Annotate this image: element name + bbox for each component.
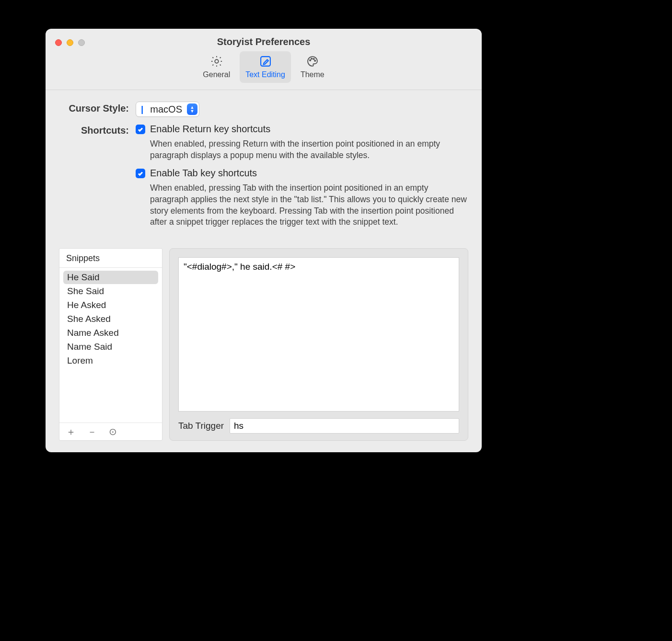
gear-icon xyxy=(209,54,224,69)
zoom-window-button[interactable] xyxy=(78,39,85,46)
window-controls xyxy=(55,39,85,46)
preferences-toolbar: General Text Editing xyxy=(197,51,330,83)
preferences-window: Storyist Preferences General xyxy=(46,29,482,452)
svg-point-5 xyxy=(314,60,315,61)
return-shortcut-checkbox[interactable] xyxy=(136,125,145,134)
snippet-item[interactable]: He Said xyxy=(63,271,158,284)
snippets-header: Snippets xyxy=(59,249,162,268)
snippet-item[interactable]: Lorem xyxy=(63,354,158,367)
snippet-item[interactable]: She Said xyxy=(63,285,158,298)
cursor-style-value: macOS xyxy=(150,104,182,115)
snippets-panel: Snippets He Said She Said He Asked She A… xyxy=(59,248,162,441)
svg-point-3 xyxy=(311,58,312,59)
return-shortcut-label: Enable Return key shortcuts xyxy=(150,124,270,135)
shortcuts-label: Shortcuts: xyxy=(59,124,136,136)
snippet-item[interactable]: Name Said xyxy=(63,340,158,354)
compose-icon xyxy=(258,54,273,69)
tab-label: Theme xyxy=(301,70,324,79)
snippet-item[interactable]: She Asked xyxy=(63,312,158,326)
add-snippet-button[interactable]: ＋ xyxy=(66,427,75,436)
shortcuts-row: Shortcuts: Enable Return key shortcuts W… xyxy=(59,124,468,235)
svg-point-2 xyxy=(310,60,311,61)
tab-text-editing[interactable]: Text Editing xyxy=(240,51,291,83)
tab-trigger-input[interactable] xyxy=(230,418,459,434)
cursor-style-row: Cursor Style: | macOS ▲▼ xyxy=(59,102,468,117)
svg-point-0 xyxy=(215,59,218,63)
remove-snippet-button[interactable]: － xyxy=(87,427,96,436)
tab-shortcut-checkbox[interactable] xyxy=(136,169,145,178)
svg-point-4 xyxy=(313,58,314,59)
window-title: Storyist Preferences xyxy=(217,36,311,47)
tab-shortcut-block: Enable Tab key shortcuts When enabled, p… xyxy=(136,168,468,228)
snippets-list[interactable]: He Said She Said He Asked She Asked Name… xyxy=(59,268,162,423)
return-shortcut-description: When enabled, pressing Return with the i… xyxy=(150,138,468,161)
select-stepper-icon: ▲▼ xyxy=(187,103,197,115)
snippet-body-editor[interactable]: "<#dialog#>," he said.<# #> xyxy=(178,257,459,412)
titlebar: Storyist Preferences General xyxy=(46,29,482,90)
tab-general[interactable]: General xyxy=(197,51,236,83)
return-shortcut-block: Enable Return key shortcuts When enabled… xyxy=(136,124,468,161)
snippet-item[interactable]: He Asked xyxy=(63,298,158,312)
tab-label: Text Editing xyxy=(245,70,285,79)
minimize-window-button[interactable] xyxy=(67,39,73,46)
cursor-style-select[interactable]: | macOS ▲▼ xyxy=(136,102,199,117)
tab-trigger-label: Tab Trigger xyxy=(178,421,224,431)
ibeam-icon: | xyxy=(141,104,143,114)
cursor-style-label: Cursor Style: xyxy=(59,102,136,114)
tab-trigger-row: Tab Trigger xyxy=(178,418,459,434)
snippets-split: Snippets He Said She Said He Asked She A… xyxy=(59,248,468,441)
tab-theme[interactable]: Theme xyxy=(295,51,330,83)
snippet-editor-area: "<#dialog#>," he said.<# #> Tab Trigger xyxy=(169,248,468,441)
tab-shortcut-description: When enabled, pressing Tab with the inse… xyxy=(150,183,468,228)
content-area: Cursor Style: | macOS ▲▼ Shortcuts: xyxy=(46,90,482,452)
snippet-actions-button[interactable]: ⊙ xyxy=(108,427,117,436)
close-window-button[interactable] xyxy=(55,39,62,46)
tab-shortcut-label: Enable Tab key shortcuts xyxy=(150,168,257,179)
palette-icon xyxy=(305,54,320,69)
tab-label: General xyxy=(203,70,230,79)
snippets-footer: ＋ － ⊙ xyxy=(59,423,162,440)
snippet-item[interactable]: Name Asked xyxy=(63,326,158,340)
